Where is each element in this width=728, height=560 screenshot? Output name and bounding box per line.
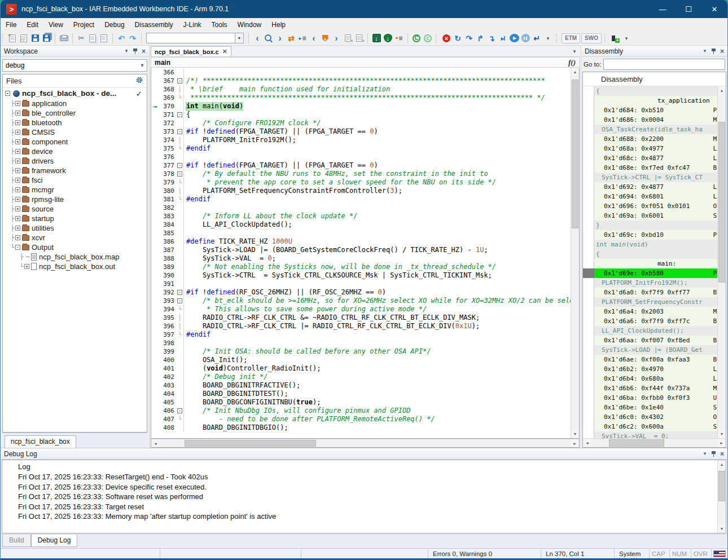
workspace-pin-icon[interactable] <box>133 48 138 54</box>
disassembly-pin-icon[interactable] <box>711 48 716 54</box>
disasm-instruction-row[interactable]: 0x1'd6b2: 0x4970L <box>594 364 717 374</box>
reset-icon[interactable] <box>453 33 463 43</box>
code-area[interactable]: 366367-/*! *****************************… <box>151 68 571 438</box>
code-line[interactable]: 403 BOARD_DBGINITRFACTIVE(); <box>151 381 571 390</box>
code-line[interactable]: 393- /* bt_eclk should be >=16MHz, so fo… <box>151 297 571 305</box>
tree-item-mcmgr[interactable]: ├+mcmgr <box>3 185 147 195</box>
node-list-icon[interactable] <box>394 33 404 43</box>
next-doc-icon[interactable]: › <box>354 33 364 43</box>
disasm-source-row[interactable]: SysTick->VAL = 0; <box>594 431 717 438</box>
fold-collapse-icon[interactable]: - <box>177 290 182 295</box>
tree-item-fsci[interactable]: ├+fsci <box>3 175 147 185</box>
download-flash-icon[interactable] <box>371 33 381 43</box>
tree-item-output-file[interactable]: ├─ncp_fsci_black_box.map <box>3 252 147 262</box>
tree-item-framework[interactable]: ├+framework <box>3 166 147 175</box>
tree-item-rpmsg-lite[interactable]: ├+rpmsg-lite <box>3 195 147 204</box>
debug-log-pin-icon[interactable] <box>711 451 716 457</box>
code-line[interactable]: 402 /* Debug init */ <box>151 373 571 381</box>
disasm-instruction-row[interactable]: 0x1'd688: 0x2200M <box>594 134 717 144</box>
download-debug-icon[interactable] <box>383 33 393 43</box>
tree-item-device[interactable]: ├+device <box>3 147 147 156</box>
new-file-icon[interactable]: + <box>7 33 17 43</box>
fold-collapse-icon[interactable]: - <box>177 163 182 168</box>
fold-collapse-icon[interactable]: - <box>177 129 182 134</box>
scroll-down-icon[interactable]: ▼ <box>718 430 726 438</box>
disasm-source-row[interactable]: { <box>594 86 717 96</box>
disassembly-menu-icon[interactable]: ▼ <box>703 48 707 54</box>
code-line[interactable]: 398 <box>151 339 571 347</box>
disasm-source-row[interactable]: OSA_TaskCreate(idle_task_ha <box>594 125 717 134</box>
search-icon[interactable] <box>264 33 274 43</box>
disasm-instruction-row[interactable]: 0x1'd6a0: 0xf7f9 0xff77B <box>594 288 717 297</box>
tree-item-ble_controller[interactable]: ├+ble_controller <box>3 108 147 118</box>
stop-build-icon[interactable] <box>441 33 451 43</box>
disasm-instruction-row[interactable]: 0x1'd6b6: 0xf44f 0x737aM <box>594 383 717 393</box>
compile-alt-icon[interactable]: c <box>423 33 433 43</box>
workspace-project-tab[interactable]: ncp_fsci_black_box <box>5 435 76 448</box>
disasm-instruction-row[interactable]: 0x1'd686: 0x0004M <box>594 115 717 125</box>
menu-debug[interactable]: Debug <box>99 18 129 31</box>
code-line[interactable]: 381└#endif <box>151 195 571 204</box>
code-line[interactable]: 382 <box>151 204 571 212</box>
scroll-right-icon[interactable]: ► <box>717 439 726 447</box>
trace-config-icon[interactable] <box>610 33 620 43</box>
code-line[interactable]: 386#define TICK_RATE_HZ 1000U <box>151 237 571 246</box>
code-line[interactable]: 380│ PLATFORM_SetFrequencyConstraintFrom… <box>151 187 571 195</box>
step-out-icon[interactable] <box>475 33 485 43</box>
undo-icon[interactable] <box>116 33 126 43</box>
code-line[interactable]: 396│ RADIO_CTRL->RF_CLK_CTRL |= RADIO_CT… <box>151 322 571 330</box>
editor-tab[interactable]: ncp_fsci_black_box.c ✕ <box>151 46 231 56</box>
run-to-cursor-icon[interactable] <box>498 33 508 43</box>
code-line[interactable]: 392-#if !defined(RF_OSC_26MHZ) || (RF_OS… <box>151 288 571 297</box>
debug-menu-arrow-icon[interactable] <box>543 33 553 43</box>
disassembly-close-icon[interactable]: × <box>720 47 724 55</box>
disasm-source-row[interactable]: PLATFORM_SetFrequencyConstr <box>594 297 717 307</box>
tab-build[interactable]: Build <box>2 535 31 547</box>
swo-button[interactable]: SWO <box>581 33 602 43</box>
disassembly-horizontal-scrollbar[interactable]: ◄ ► <box>583 438 726 447</box>
prev-bookmark-icon[interactable] <box>309 33 319 43</box>
code-line[interactable]: 377-#if !defined(FPGA_TARGET) || (FPGA_T… <box>151 161 571 170</box>
compile-icon[interactable]: C <box>411 33 422 43</box>
scroll-left-icon[interactable]: ◄ <box>151 439 160 447</box>
code-line[interactable]: 394└ * This allows to save some power du… <box>151 305 571 314</box>
code-line[interactable]: 395│ RADIO_CTRL->RF_CLK_CTRL &= ~RADIO_C… <box>151 314 571 322</box>
tree-item-source[interactable]: ├+source <box>3 204 147 214</box>
fold-collapse-icon[interactable]: - <box>177 408 182 413</box>
menu-tools[interactable]: Tools <box>207 18 233 31</box>
step-over-icon[interactable] <box>464 33 474 43</box>
menu-file[interactable]: File <box>1 18 21 31</box>
menu-project[interactable]: Project <box>68 18 99 31</box>
save-all-icon[interactable] <box>41 33 51 43</box>
disasm-instruction-row[interactable]: 0x1'd696: 0xf051 0x0101O <box>594 201 717 211</box>
gear-icon[interactable] <box>135 76 143 86</box>
disasm-instruction-row[interactable]: 0x1'd6b4: 0x680aL <box>594 374 717 383</box>
trace-swap-icon[interactable] <box>286 33 296 43</box>
code-line[interactable]: 389 /* Not enabling the Systicks now, wi… <box>151 263 571 271</box>
disasm-instruction-row[interactable]: 0x1'd6be: 0x1e40S <box>594 403 717 412</box>
tab-list-arrow-icon[interactable]: ▼ <box>569 49 580 56</box>
tab-debug-log[interactable]: Debug Log <box>31 535 78 547</box>
code-line[interactable]: 374│ PLATFORM_InitFro192M(); <box>151 136 571 144</box>
disasm-instruction-row[interactable]: 0x1'd68a: 0x4977L <box>594 144 717 153</box>
debug-log-close-icon[interactable]: × <box>720 450 724 458</box>
break-icon[interactable] <box>520 33 530 43</box>
code-line[interactable]: 404 BOARD_DBGINITDTEST(); <box>151 390 571 398</box>
code-line[interactable]: 376 <box>151 153 571 161</box>
toolbar-search-input[interactable] <box>146 33 235 43</box>
disasm-instruction-row[interactable]: 0x1'd694: 0x6801L <box>594 192 717 201</box>
code-line[interactable]: 375└#endif <box>151 144 571 153</box>
tree-item-startup[interactable]: ├+startup <box>3 214 147 223</box>
menu-edit[interactable]: Edit <box>21 18 43 31</box>
next-bookmark-icon[interactable] <box>331 33 341 43</box>
goto-input[interactable] <box>603 59 725 70</box>
code-line[interactable]: →370int main(void) <box>151 102 571 111</box>
scroll-up-icon[interactable]: ▲ <box>718 460 726 469</box>
code-line[interactable]: 406- /* Init NbuDbg IOs, will configure … <box>151 407 571 415</box>
code-line[interactable]: 400 OSA_Init(); <box>151 356 571 364</box>
tree-item-project[interactable]: -ncp_fsci_black_box - de...✓ <box>3 88 147 99</box>
code-line[interactable]: 385 <box>151 229 571 237</box>
disasm-instruction-row[interactable]: 0x1'd6ba: 0xfbb0 0xf0f3U <box>594 393 717 403</box>
step-into-icon[interactable] <box>486 33 497 43</box>
menu-view[interactable]: View <box>43 18 68 31</box>
